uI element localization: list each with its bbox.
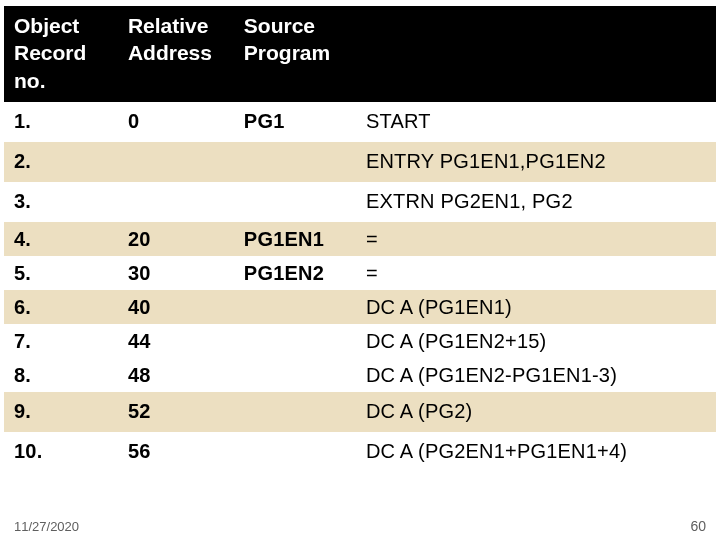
table-wrap: Object Record no. Relative Address Sourc…	[0, 0, 720, 472]
header-object-record-no: Object Record no.	[4, 6, 118, 102]
cell-addr	[118, 142, 234, 182]
table-row: 8. 48 DC A (PG1EN2-PG1EN1-3)	[4, 358, 716, 392]
cell-src: PG1EN1	[234, 222, 356, 256]
cell-addr: 40	[118, 290, 234, 324]
cell-src	[234, 392, 356, 432]
cell-text: START	[356, 102, 716, 142]
slide: Object Record no. Relative Address Sourc…	[0, 0, 720, 540]
cell-no: 6.	[4, 290, 118, 324]
table-row: 2. ENTRY PG1EN1,PG1EN2	[4, 142, 716, 182]
footer-date: 11/27/2020	[14, 519, 79, 534]
cell-src	[234, 290, 356, 324]
cell-addr: 56	[118, 432, 234, 472]
cell-no: 4.	[4, 222, 118, 256]
cell-no: 7.	[4, 324, 118, 358]
table-row: 3. EXTRN PG2EN1, PG2	[4, 182, 716, 222]
table-row: 4. 20 PG1EN1 =	[4, 222, 716, 256]
cell-text: =	[356, 256, 716, 290]
cell-text: =	[356, 222, 716, 256]
cell-text: DC A (PG1EN1)	[356, 290, 716, 324]
cell-text: EXTRN PG2EN1, PG2	[356, 182, 716, 222]
table-row: 6. 40 DC A (PG1EN1)	[4, 290, 716, 324]
cell-addr	[118, 182, 234, 222]
cell-no: 5.	[4, 256, 118, 290]
footer: 11/27/2020 60	[0, 518, 720, 534]
cell-text: DC A (PG1EN2-PG1EN1-3)	[356, 358, 716, 392]
cell-no: 8.	[4, 358, 118, 392]
cell-text: DC A (PG1EN2+15)	[356, 324, 716, 358]
table-row: 5. 30 PG1EN2 =	[4, 256, 716, 290]
cell-addr: 52	[118, 392, 234, 432]
cell-no: 2.	[4, 142, 118, 182]
cell-text: DC A (PG2)	[356, 392, 716, 432]
table-row: 1. 0 PG1 START	[4, 102, 716, 142]
cell-src	[234, 324, 356, 358]
table-row: 7. 44 DC A (PG1EN2+15)	[4, 324, 716, 358]
cell-addr: 0	[118, 102, 234, 142]
header-source-program: Source Program	[234, 6, 356, 102]
header-row: Object Record no. Relative Address Sourc…	[4, 6, 716, 102]
cell-src	[234, 142, 356, 182]
table-body: 1. 0 PG1 START 2. ENTRY PG1EN1,PG1EN2 3.	[4, 102, 716, 472]
cell-text: DC A (PG2EN1+PG1EN1+4)	[356, 432, 716, 472]
cell-no: 10.	[4, 432, 118, 472]
footer-page-number: 60	[690, 518, 706, 534]
table-row: 10. 56 DC A (PG2EN1+PG1EN1+4)	[4, 432, 716, 472]
cell-addr: 44	[118, 324, 234, 358]
cell-src: PG1	[234, 102, 356, 142]
cell-addr: 20	[118, 222, 234, 256]
cell-src	[234, 432, 356, 472]
cell-no: 1.	[4, 102, 118, 142]
cell-src: PG1EN2	[234, 256, 356, 290]
cell-addr: 48	[118, 358, 234, 392]
cell-no: 9.	[4, 392, 118, 432]
cell-text: ENTRY PG1EN1,PG1EN2	[356, 142, 716, 182]
cell-src	[234, 358, 356, 392]
header-relative-address: Relative Address	[118, 6, 234, 102]
table-row: 9. 52 DC A (PG2)	[4, 392, 716, 432]
cell-addr: 30	[118, 256, 234, 290]
cell-src	[234, 182, 356, 222]
record-table: Object Record no. Relative Address Sourc…	[4, 6, 716, 472]
header-blank	[356, 6, 716, 102]
cell-no: 3.	[4, 182, 118, 222]
